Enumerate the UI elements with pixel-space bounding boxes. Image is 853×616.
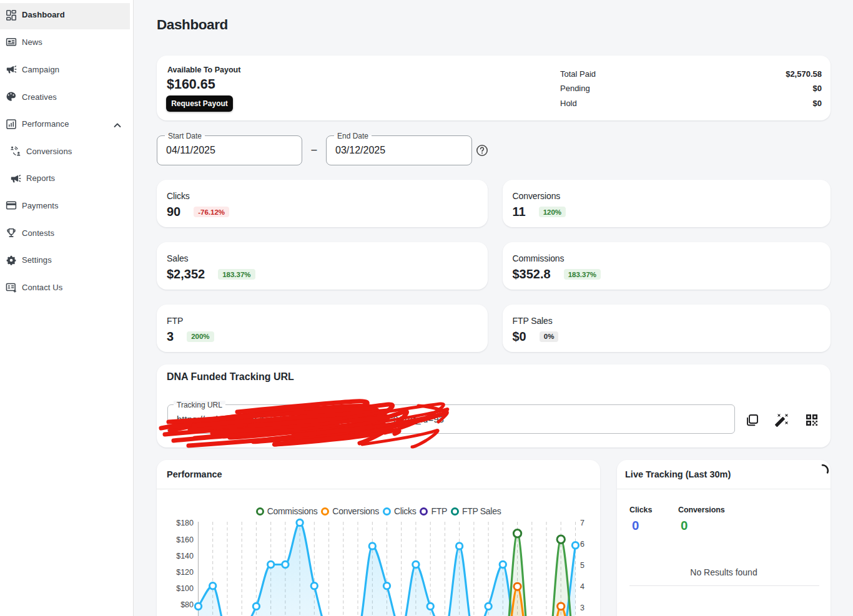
- svg-text:$120: $120: [176, 568, 194, 577]
- svg-text:$100: $100: [176, 584, 194, 593]
- svg-text:$140: $140: [176, 552, 194, 560]
- svg-text:5: 5: [580, 561, 584, 570]
- svg-text:6: 6: [580, 540, 584, 549]
- svg-text:3: 3: [580, 604, 584, 612]
- svg-text:$180: $180: [176, 519, 194, 527]
- svg-text:4: 4: [580, 582, 584, 591]
- svg-text:7: 7: [580, 519, 584, 527]
- svg-text:$160: $160: [176, 535, 194, 544]
- svg-text:$80: $80: [180, 600, 194, 609]
